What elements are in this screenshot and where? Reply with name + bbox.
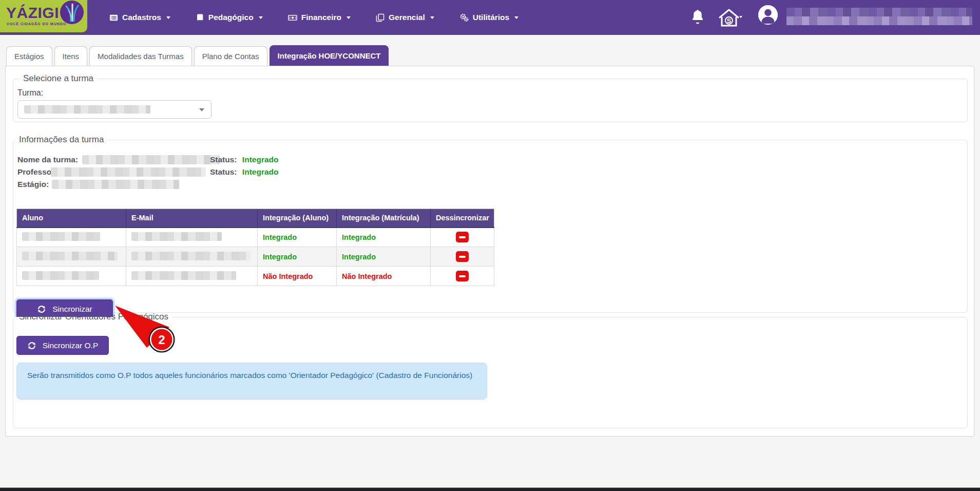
tab-label: Plano de Contas bbox=[202, 52, 259, 61]
col-email: E-Mail bbox=[126, 209, 258, 228]
tab-itens[interactable]: Itens bbox=[54, 46, 88, 66]
sincronizar-op-group: Sincronizar Orientadores Pedagógicos Sin… bbox=[13, 312, 968, 428]
tab-estagios[interactable]: Estágios bbox=[6, 46, 52, 66]
menu-pedagogico-label: Pedagógico bbox=[208, 13, 254, 22]
col-integracao-matricula: Integração (Matrícula) bbox=[337, 209, 431, 228]
home-school-icon[interactable]: S bbox=[718, 8, 742, 28]
info-row-professor: Professor: bbox=[17, 167, 206, 177]
info-label: Estágio: bbox=[17, 180, 49, 189]
cell-aluno bbox=[17, 267, 126, 286]
status-value: Integrado bbox=[242, 155, 279, 164]
cell-status: Integrado bbox=[258, 228, 337, 247]
bottom-taskbar-strip bbox=[0, 487, 980, 491]
chevron-down-icon bbox=[166, 16, 170, 19]
cell-status: Integrado bbox=[258, 247, 337, 267]
info-turma-title: Informações da turma bbox=[15, 135, 107, 145]
status-label: Status: bbox=[210, 155, 237, 164]
copy-icon bbox=[376, 13, 385, 22]
status-value: Integrado bbox=[242, 167, 279, 176]
cell-email bbox=[126, 247, 258, 267]
money-icon bbox=[288, 13, 297, 22]
dessincronizar-button[interactable] bbox=[456, 232, 469, 242]
person-icon bbox=[758, 5, 778, 25]
redacted-value bbox=[52, 180, 179, 189]
tab-label: Estágios bbox=[14, 52, 44, 61]
table-row: Não Integrado Não Integrado bbox=[17, 267, 494, 286]
menu-pedagogico[interactable]: Pedagógico bbox=[196, 13, 263, 22]
sincronizar-op-button[interactable]: Sincronizar O.P bbox=[16, 336, 109, 355]
info-row-estagio: Estágio: bbox=[17, 180, 179, 189]
brand-logo[interactable]: YÁZIGI VOCÊ CIDADÃO DO MUNDO bbox=[0, 0, 87, 32]
menu-gerencial-label: Gerencial bbox=[389, 13, 425, 22]
turma-field-label: Turma: bbox=[17, 88, 963, 98]
list-icon bbox=[109, 13, 118, 22]
chevron-down-icon bbox=[514, 16, 518, 19]
sincronizar-op-title: Sincronizar Orientadores Pedagógicos bbox=[15, 312, 172, 322]
top-navigation-bar: YÁZIGI VOCÊ CIDADÃO DO MUNDO Cadastros bbox=[0, 0, 980, 35]
dessincronizar-button[interactable] bbox=[456, 251, 469, 262]
tab-integracao-hoe-yconnect[interactable]: Integração HOE/YCONNECT bbox=[270, 45, 389, 66]
cell-status: Integrado bbox=[337, 247, 431, 267]
cell-action bbox=[431, 247, 494, 267]
status-line-1: Status: Integrado bbox=[210, 155, 278, 164]
gears-icon bbox=[459, 13, 469, 22]
status-line-2: Status: Integrado bbox=[210, 167, 278, 177]
dessincronizar-button[interactable] bbox=[456, 271, 469, 281]
cell-action bbox=[431, 228, 494, 247]
cell-email bbox=[126, 228, 258, 247]
redacted-pixel-row bbox=[786, 8, 972, 16]
cell-action bbox=[431, 267, 494, 286]
book-icon bbox=[196, 13, 204, 22]
menu-financeiro[interactable]: Financeiro bbox=[288, 13, 351, 22]
status-label: Status: bbox=[210, 167, 237, 176]
menu-utilitarios-label: Utilitários bbox=[473, 13, 509, 22]
chevron-down-icon bbox=[739, 16, 742, 18]
brand-name: YÁZIGI bbox=[6, 4, 59, 22]
tab-strip: Estágios Itens Modalidades das Turmas Pl… bbox=[6, 45, 389, 66]
table-header-row: Aluno E-Mail Integração (Aluno) Integraç… bbox=[17, 209, 494, 228]
op-info-notice: Serão transmitidos como O.P todos aquele… bbox=[16, 363, 487, 400]
redacted-value bbox=[82, 155, 220, 164]
chevron-down-icon bbox=[347, 16, 351, 19]
select-turma-group: Selecione a turma Turma: bbox=[13, 73, 968, 122]
selected-turma-redacted bbox=[24, 105, 150, 114]
info-row-nome: Nome da turma: bbox=[17, 155, 220, 164]
select-turma-title: Selecione a turma bbox=[20, 73, 97, 84]
brand-emblem-icon bbox=[60, 0, 84, 25]
tab-label: Integração HOE/YCONNECT bbox=[278, 51, 381, 60]
chevron-down-icon bbox=[199, 108, 204, 111]
menu-utilitarios[interactable]: Utilitários bbox=[459, 13, 518, 22]
cell-email bbox=[126, 267, 258, 286]
brand-tagline: VOCÊ CIDADÃO DO MUNDO bbox=[7, 22, 66, 26]
menu-cadastros-label: Cadastros bbox=[122, 13, 161, 22]
menu-gerencial[interactable]: Gerencial bbox=[376, 13, 434, 22]
cell-status: Não Integrado bbox=[337, 267, 431, 286]
main-menu: Cadastros Pedagógico Financeiro bbox=[109, 0, 518, 35]
integration-panel: Selecione a turma Turma: Informações da … bbox=[5, 66, 974, 437]
notifications-bell-icon[interactable] bbox=[690, 9, 705, 25]
redacted-value bbox=[51, 167, 206, 177]
user-avatar[interactable] bbox=[758, 5, 778, 25]
tab-modalidades-das-turmas[interactable]: Modalidades das Turmas bbox=[89, 46, 192, 66]
menu-cadastros[interactable]: Cadastros bbox=[109, 13, 170, 22]
integration-table: Aluno E-Mail Integração (Aluno) Integraç… bbox=[16, 209, 494, 286]
menu-financeiro-label: Financeiro bbox=[301, 13, 341, 22]
cell-aluno bbox=[17, 247, 126, 267]
tab-plano-de-contas[interactable]: Plano de Contas bbox=[194, 46, 267, 66]
refresh-icon bbox=[27, 341, 36, 350]
tab-label: Itens bbox=[63, 52, 80, 61]
cell-status: Integrado bbox=[337, 228, 431, 247]
col-integracao-aluno: Integração (Aluno) bbox=[258, 209, 337, 228]
cell-status: Não Integrado bbox=[258, 267, 337, 286]
user-name-redacted[interactable] bbox=[786, 8, 972, 25]
chevron-down-icon bbox=[259, 16, 263, 19]
turma-select[interactable] bbox=[17, 100, 212, 119]
table-row: Integrado Integrado bbox=[17, 228, 494, 247]
sincronizar-op-label: Sincronizar O.P bbox=[43, 341, 99, 350]
info-turma-group: Informações da turma Nome da turma: Prof… bbox=[13, 135, 968, 313]
info-label: Nome da turma: bbox=[17, 155, 78, 164]
cell-aluno bbox=[17, 228, 126, 247]
home-badge-letter: S bbox=[727, 17, 732, 25]
brand-logo-inner: YÁZIGI VOCÊ CIDADÃO DO MUNDO bbox=[5, 3, 82, 30]
chevron-down-icon bbox=[430, 16, 434, 19]
